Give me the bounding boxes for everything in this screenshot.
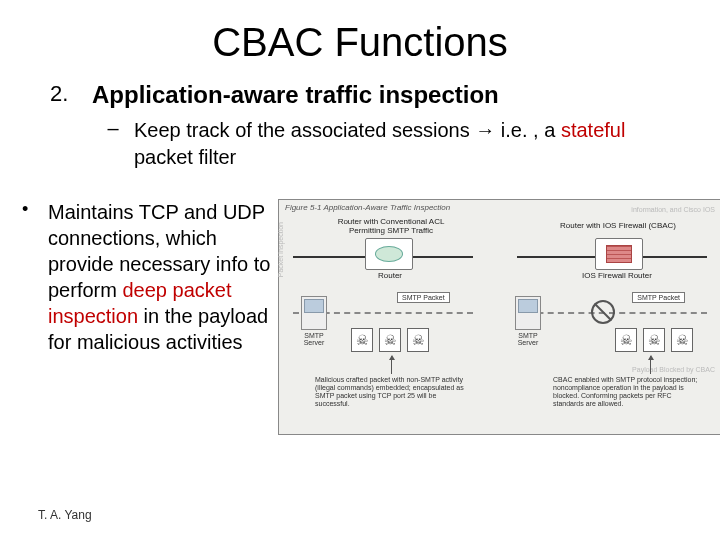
blocked-icon bbox=[591, 300, 615, 324]
smtp-server-right-label: SMTP Server bbox=[511, 332, 545, 346]
bullet-item: • Maintains TCP and UDP connections, whi… bbox=[22, 199, 272, 355]
right-column-title: Router with IOS Firewall (CBAC) bbox=[543, 222, 693, 231]
arrow-up-left bbox=[391, 356, 392, 374]
router-left-label: Router bbox=[373, 272, 407, 281]
ghost-text-3: Payload Blocked by CBAC bbox=[632, 366, 715, 374]
subheading: Application-aware traffic inspection bbox=[92, 81, 499, 109]
content-block: 2. Application-aware traffic inspection … bbox=[0, 65, 720, 171]
ghost-text-2: Packet Inspection bbox=[277, 222, 285, 277]
footer-author: T. A. Yang bbox=[38, 508, 92, 522]
left-title-line1: Router with Conventional ACL bbox=[338, 217, 445, 226]
right-caption: CBAC enabled with SMTP protocol inspecti… bbox=[553, 376, 703, 408]
firewall-label: IOS Firewall Router bbox=[577, 272, 657, 281]
router-icon bbox=[375, 246, 403, 262]
figure-canvas: Figure 5-1 Application-Aware Traffic Ins… bbox=[278, 199, 720, 435]
firewall-device bbox=[595, 238, 643, 270]
numbered-item: 2. Application-aware traffic inspection bbox=[50, 81, 670, 109]
smtp-server-right bbox=[515, 296, 541, 330]
sub-text-mid: i.e. , a bbox=[495, 119, 561, 141]
smtp-server-left-label: SMTP Server bbox=[297, 332, 331, 346]
smtp-server-left bbox=[301, 296, 327, 330]
arrow-icon: → bbox=[475, 119, 495, 141]
skull-icon: ☠ bbox=[643, 328, 665, 352]
sub-item: – Keep track of the associated sessions … bbox=[92, 117, 670, 171]
ghost-text-1: information, and Cisco IOS bbox=[631, 206, 715, 214]
bullet-dot: • bbox=[22, 199, 48, 355]
firewall-icon bbox=[606, 245, 632, 263]
dash-marker: – bbox=[92, 117, 134, 171]
skull-icon: ☠ bbox=[379, 328, 401, 352]
skull-icon: ☠ bbox=[671, 328, 693, 352]
left-caption: Malicious crafted packet with non-SMTP a… bbox=[315, 376, 465, 408]
skull-icon: ☠ bbox=[351, 328, 373, 352]
sub-text: Keep track of the associated sessions → … bbox=[134, 117, 670, 171]
skull-icon: ☠ bbox=[615, 328, 637, 352]
bullet-paragraph: Maintains TCP and UDP connections, which… bbox=[48, 199, 272, 355]
sub-text-prefix: Keep track of the associated sessions bbox=[134, 119, 475, 141]
figure: Figure 5-1 Application-Aware Traffic Ins… bbox=[278, 199, 720, 435]
smtp-packet-right: SMTP Packet bbox=[632, 292, 685, 303]
arrow-up-right bbox=[650, 356, 651, 374]
item-number: 2. bbox=[50, 81, 92, 109]
figure-caption: Figure 5-1 Application-Aware Traffic Ins… bbox=[285, 203, 450, 212]
left-column-title: Router with Conventional ACL Permitting … bbox=[321, 218, 461, 236]
left-title-line2: Permitting SMTP Traffic bbox=[349, 226, 433, 235]
skull-icon: ☠ bbox=[407, 328, 429, 352]
lower-row: • Maintains TCP and UDP connections, whi… bbox=[0, 199, 720, 435]
router-left bbox=[365, 238, 413, 270]
smtp-packet-left: SMTP Packet bbox=[397, 292, 450, 303]
sub-text-suffix: packet filter bbox=[134, 146, 236, 168]
stateful-term: stateful bbox=[561, 119, 625, 141]
slide-title: CBAC Functions bbox=[0, 20, 720, 65]
